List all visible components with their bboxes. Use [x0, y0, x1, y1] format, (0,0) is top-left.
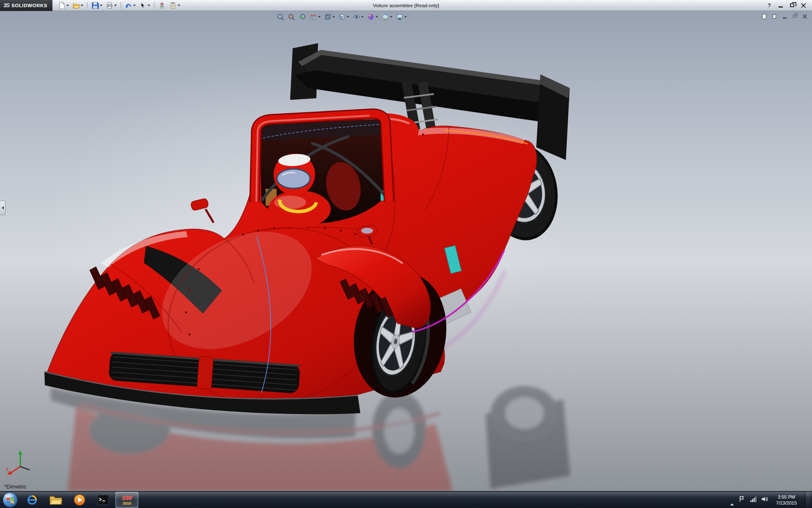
view-orientation-button[interactable] — [323, 13, 336, 21]
display-style-button[interactable] — [337, 13, 350, 21]
section-view-button[interactable] — [309, 13, 321, 21]
taskbar-windows-explorer[interactable] — [44, 492, 67, 508]
toolbar-separator — [87, 2, 88, 9]
hide-show-items-button[interactable] — [352, 13, 365, 21]
print-icon — [106, 2, 113, 9]
triad-x-label: x — [6, 466, 8, 472]
help-button[interactable]: ? — [764, 1, 774, 9]
new-document-icon — [58, 2, 66, 9]
dropdown-caret — [332, 16, 335, 18]
car-assembly-model[interactable] — [0, 11, 812, 491]
edit-appearance-icon — [367, 13, 375, 21]
windows-taskbar: SW 2015 — [0, 491, 812, 508]
brand-name: SOLIDWORKS — [11, 3, 47, 8]
toolbar-separator — [121, 2, 121, 9]
hide-show-items-icon — [353, 13, 360, 21]
doc-minimize-button[interactable] — [781, 13, 788, 19]
doc-close-button[interactable] — [801, 13, 809, 19]
view-settings-button[interactable] — [395, 13, 408, 21]
3ds-logo: 3S — [3, 2, 9, 8]
dropdown-caret — [404, 16, 407, 18]
doc-minimize-icon — [783, 17, 787, 19]
dropdown-caret — [114, 5, 117, 6]
taskbar-solidworks[interactable]: SW 2015 — [115, 492, 138, 508]
undo-icon — [125, 2, 132, 9]
close-icon — [801, 3, 806, 8]
heads-up-view-toolbar — [276, 13, 408, 21]
properties-button[interactable] — [168, 1, 181, 10]
main-toolbar — [57, 1, 181, 10]
internet-explorer-icon — [26, 494, 38, 506]
select-pointer-icon — [139, 2, 147, 9]
orientation-triad: x — [5, 449, 36, 480]
save-button[interactable] — [90, 1, 104, 10]
left-mirror[interactable] — [190, 198, 214, 223]
window-title: Voiture assemblee [Read-only] — [152, 0, 660, 11]
new-window-icon — [762, 14, 766, 19]
view-orientation-icon — [324, 13, 332, 21]
start-orb-icon — [2, 492, 18, 508]
select-pointer-button[interactable] — [138, 1, 151, 10]
taskbar-clock[interactable]: 3:55 PM 7/13/2015 — [773, 494, 800, 506]
speaker-icon — [761, 496, 768, 502]
network-icon — [750, 496, 757, 502]
properties-icon — [169, 2, 177, 9]
zoom-to-area-button[interactable] — [287, 13, 296, 21]
flag-icon — [738, 496, 745, 502]
minimize-button[interactable] — [776, 1, 786, 9]
new-window-button[interactable] — [760, 13, 768, 19]
close-button[interactable] — [798, 1, 809, 9]
zoom-to-fit-button[interactable] — [276, 13, 285, 21]
collapse-arrow-icon — [2, 206, 4, 210]
doc-restore-icon — [793, 15, 796, 18]
doc-restore-button[interactable] — [791, 13, 798, 19]
media-player-icon — [74, 494, 85, 506]
network-button[interactable] — [750, 496, 757, 504]
taskbar-media-player[interactable] — [68, 492, 91, 508]
show-desktop-button[interactable] — [805, 491, 810, 508]
restore-button[interactable] — [787, 1, 797, 9]
solidworks-window: 3S SOLIDWORKS — [0, 0, 812, 508]
folder-icon — [49, 494, 62, 505]
dropdown-caret — [376, 16, 378, 18]
graphics-viewport[interactable]: x *Dimetric — [0, 11, 812, 491]
edit-appearance-button[interactable] — [366, 13, 379, 21]
window-controls: ? — [764, 1, 812, 9]
command-prompt-icon — [97, 494, 109, 506]
title-bar: 3S SOLIDWORKS — [0, 0, 812, 11]
start-button[interactable] — [0, 491, 20, 508]
doc-close-icon — [803, 14, 807, 19]
dropdown-caret — [66, 5, 69, 6]
rebuild-icon — [158, 2, 166, 9]
restore-icon — [790, 3, 794, 7]
rebuild-button[interactable] — [157, 1, 167, 10]
apply-scene-button[interactable] — [381, 13, 393, 21]
dropdown-caret — [100, 5, 102, 6]
feature-panel-collapse-tab[interactable] — [0, 201, 5, 215]
display-style-icon — [338, 13, 346, 21]
taskbar-internet-explorer[interactable] — [21, 492, 44, 508]
cascade-windows-icon — [773, 14, 776, 19]
action-center-button[interactable] — [738, 496, 745, 504]
dropdown-caret — [390, 16, 392, 18]
driver-torso — [268, 190, 331, 228]
apply-scene-icon — [381, 13, 389, 21]
dropdown-caret — [81, 5, 83, 6]
hidden-icons-button[interactable] — [730, 496, 734, 504]
helmet-visor — [277, 169, 310, 188]
open-document-button[interactable] — [71, 1, 85, 10]
cascade-windows-button[interactable] — [771, 13, 778, 19]
view-settings-icon — [396, 13, 403, 21]
print-button[interactable] — [104, 1, 118, 10]
section-view-icon — [310, 13, 317, 21]
zoom-to-fit-icon — [277, 13, 284, 21]
previous-view-icon — [299, 13, 306, 21]
undo-button[interactable] — [123, 1, 137, 10]
open-document-icon — [72, 2, 80, 9]
view-orientation-label: *Dimetric — [4, 483, 27, 490]
new-document-button[interactable] — [57, 1, 70, 10]
volume-button[interactable] — [761, 496, 768, 504]
previous-view-button[interactable] — [298, 13, 307, 21]
system-tray: 3:55 PM 7/13/2015 — [730, 491, 812, 508]
taskbar-command-prompt[interactable] — [92, 492, 115, 508]
